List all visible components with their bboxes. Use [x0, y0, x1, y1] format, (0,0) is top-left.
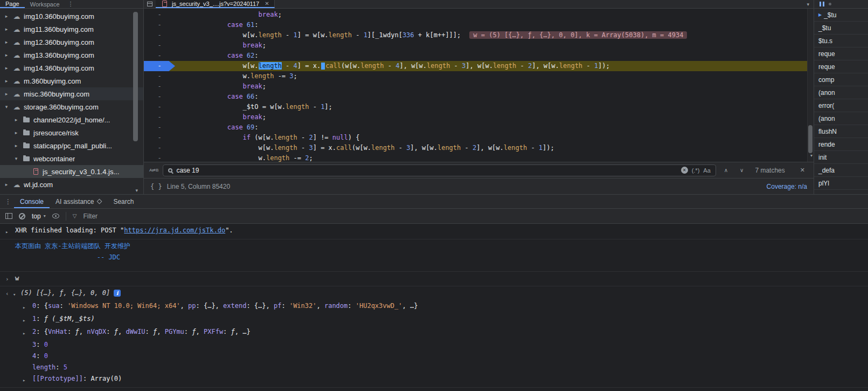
call-stack-item[interactable]: reque — [814, 60, 868, 73]
chevron-right-icon[interactable]: ▸ — [3, 26, 10, 32]
line-gutter[interactable]: - — [144, 133, 175, 143]
chevron-right-icon[interactable]: ▸ — [3, 65, 10, 71]
navigator-toggle-icon[interactable] — [147, 2, 152, 6]
tree-item[interactable]: ▸☁m.360buyimg.com — [0, 74, 143, 87]
tree-item[interactable]: ▸☁img10.360buyimg.com — [0, 10, 143, 23]
tree-item[interactable]: ▸☁img12.360buyimg.com — [0, 36, 143, 49]
line-gutter[interactable]: - — [144, 51, 175, 61]
close-search-icon[interactable]: ✕ — [800, 167, 805, 174]
line-gutter[interactable]: - — [144, 102, 175, 112]
next-match-icon[interactable]: ∨ — [736, 167, 747, 173]
tree-item[interactable]: ▸☁img11.360buyimg.com — [0, 23, 143, 36]
call-stack-item[interactable]: (anon — [814, 86, 868, 99]
scrollbar-thumb[interactable] — [808, 125, 813, 153]
find-replace-icon[interactable]: A⇄B — [149, 168, 158, 173]
code-line[interactable]: - case 61: — [144, 20, 814, 30]
call-stack-item[interactable]: reque — [814, 47, 868, 60]
line-gutter[interactable]: - — [144, 143, 175, 153]
tab-console[interactable]: Console — [14, 195, 50, 208]
line-gutter[interactable]: - — [144, 153, 175, 162]
tree-item[interactable]: ▸☁misc.360buyimg.com — [0, 87, 143, 100]
call-stack-item[interactable]: init — [814, 151, 868, 164]
tree-item[interactable]: ▸channel2022/jd_home/... — [0, 113, 143, 126]
match-case-toggle[interactable]: Aa — [703, 167, 710, 174]
code-line[interactable]: - case 66: — [144, 92, 814, 102]
code-line[interactable]: - w[w.length - 3] = x.call(w[w.length - … — [144, 143, 814, 153]
scroll-down-icon[interactable]: ▾ — [810, 153, 813, 158]
tree-item[interactable]: ▾☁storage.360buyimg.com — [0, 100, 143, 113]
chevron-right-icon[interactable]: ▸ — [13, 130, 19, 135]
call-stack-item[interactable]: rende — [814, 138, 868, 151]
filter-input[interactable] — [83, 212, 202, 220]
chevron-right-icon[interactable]: ▸ — [3, 52, 10, 58]
line-gutter[interactable]: - — [144, 30, 175, 40]
execution-line[interactable]: - w[w.length - 4] = x.call(w[w.length - … — [144, 61, 814, 71]
chevron-right-icon[interactable]: ▸ — [3, 182, 10, 187]
file-tab[interactable]: js_security_v3_....js?v=20240117 ✕ — [156, 0, 275, 8]
live-expression-icon[interactable] — [52, 214, 59, 218]
call-stack-item[interactable]: _$tu — [814, 22, 868, 35]
clear-console-icon[interactable] — [19, 213, 25, 219]
chevron-right-icon[interactable]: ▸ — [3, 39, 10, 45]
code-line[interactable]: - if (w[w.length - 2] != null) { — [144, 133, 814, 143]
expand-arrow-icon[interactable]: ▸ — [5, 225, 15, 237]
execution-marker[interactable]: - — [144, 61, 175, 71]
kebab-icon[interactable]: ⋮ — [2, 195, 14, 208]
tab-overflow-chevron-icon[interactable]: ▾ — [807, 2, 809, 7]
scrollbar-thumb[interactable] — [133, 12, 138, 141]
tree-item[interactable]: ▸staticapp/pc_mall_publi... — [0, 139, 143, 152]
info-badge[interactable]: i — [114, 290, 121, 297]
tab-page[interactable]: Page — [0, 0, 25, 8]
code-line[interactable]: - case 69: — [144, 122, 814, 133]
call-stack-item[interactable]: flushN — [814, 125, 868, 138]
code-area[interactable]: - break;- case 61:- w[w.length - 1] = w[… — [144, 9, 814, 162]
call-stack-item[interactable]: _defa — [814, 164, 868, 177]
regex-toggle[interactable]: (.*) — [692, 167, 700, 174]
previous-match-icon[interactable]: ∧ — [720, 167, 732, 173]
line-gutter[interactable]: - — [144, 10, 175, 20]
call-stack-item[interactable]: (anon — [814, 112, 868, 125]
search-input[interactable] — [176, 167, 677, 174]
chevron-right-icon[interactable]: ▸ — [3, 13, 10, 19]
expand-arrow-icon[interactable]: ▸ — [23, 314, 32, 326]
expand-arrow-icon[interactable]: ▸ — [23, 327, 32, 339]
line-gutter[interactable]: - — [144, 122, 175, 133]
editor-scrollbar[interactable]: ▾ — [807, 9, 814, 162]
code-line[interactable]: - w[w.length - 1] = w[w.length - 1][_1wd… — [144, 30, 814, 40]
code-line[interactable]: - _$tO = w[w.length - 1]; — [144, 102, 814, 112]
chevron-right-icon[interactable]: ▸ — [13, 143, 19, 148]
expand-arrow-icon[interactable]: ▸ — [23, 301, 32, 313]
call-stack-item[interactable]: ▶_$tu — [814, 9, 868, 22]
expand-arrow-icon[interactable]: ▸ — [23, 374, 32, 386]
coverage-link[interactable]: Coverage: n/a — [767, 183, 807, 190]
chevron-right-icon[interactable]: ▸ — [3, 91, 10, 97]
scroll-down-icon[interactable]: ▾ — [135, 188, 138, 193]
clear-search-icon[interactable]: ✕ — [681, 167, 688, 174]
code-line[interactable]: - break; — [144, 112, 814, 122]
context-selector[interactable]: top ▾ — [32, 212, 46, 220]
pretty-print-icon[interactable]: { } — [150, 183, 162, 190]
code-line[interactable]: - w.length -= 2; — [144, 153, 814, 162]
code-line[interactable]: - break; — [144, 81, 814, 92]
tree-item[interactable]: ▾webcontainer — [0, 152, 143, 165]
sidebar-scrollbar[interactable] — [133, 11, 138, 184]
line-gutter[interactable]: - — [144, 81, 175, 92]
call-stack-item[interactable]: plYl — [814, 177, 868, 190]
line-gutter[interactable]: - — [144, 92, 175, 102]
line-gutter[interactable]: - — [144, 20, 175, 30]
line-gutter[interactable]: - — [144, 40, 175, 51]
chevron-down-icon[interactable]: ▾ — [13, 156, 19, 161]
tree-item[interactable]: ▸☁img13.360buyimg.com — [0, 49, 143, 61]
code-line[interactable]: - break; — [144, 40, 814, 51]
chevron-right-icon[interactable]: ▸ — [13, 117, 19, 122]
tree-item[interactable]: ▸☁img14.360buyimg.com — [0, 61, 143, 74]
code-line[interactable]: - case 62: — [144, 51, 814, 61]
chevron-right-icon[interactable]: ▸ — [3, 78, 10, 84]
pause-icon[interactable] — [820, 2, 824, 6]
code-line[interactable]: - w.length -= 3; — [144, 71, 814, 81]
tree-item[interactable]: ▸jsresource/risk — [0, 126, 143, 139]
tab-search[interactable]: Search — [107, 195, 140, 208]
line-gutter[interactable]: - — [144, 71, 175, 81]
collapse-arrow-icon[interactable]: ▾ — [13, 288, 20, 300]
search-field[interactable]: ✕ (.*) Aa — [163, 164, 716, 176]
